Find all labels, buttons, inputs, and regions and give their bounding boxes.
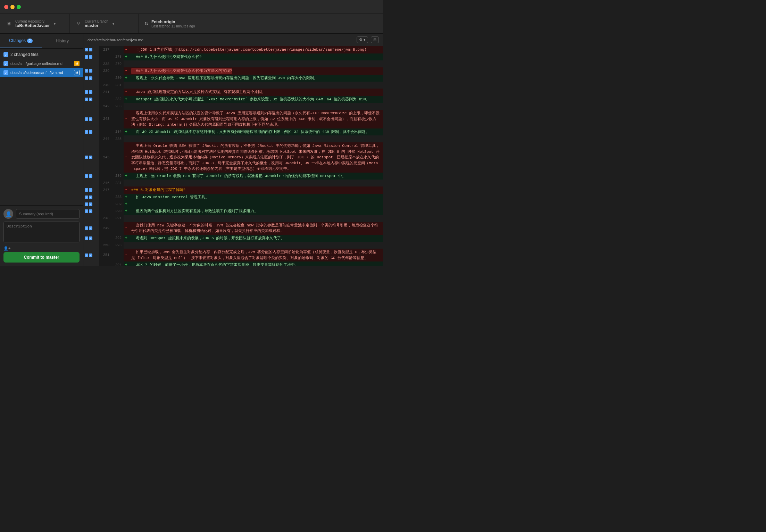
current-repo-section[interactable]: 🖥 Current Repository toBeBetterJavaer ▾ xyxy=(0,14,69,33)
line-num-old: 239 xyxy=(99,67,111,75)
diff-check-1[interactable]: ✓ xyxy=(85,196,88,199)
diff-check-2[interactable]: ✓ xyxy=(89,226,92,230)
line-num-new xyxy=(111,222,124,235)
commit-footer: 👤+ xyxy=(3,246,80,251)
diff-content: 当我们使用 new 关键字创建一个对象的时候，JVM 首先会检查 new 指令的… xyxy=(128,222,383,235)
file-item-jvm[interactable]: ✓ docs/src/sidebar/sanf.../jvm.md M xyxy=(0,68,83,77)
line-num-new: 283 xyxy=(111,103,124,110)
file-item-garbage-collector[interactable]: ✓ docs/sr.../garbage-collector.md M xyxy=(0,59,83,68)
diff-check-2[interactable]: ✓ xyxy=(89,202,92,206)
diff-check-1[interactable]: ✓ xyxy=(85,188,88,192)
diff-check-1[interactable]: ✓ xyxy=(85,48,88,51)
main-layout: Changes 2 History ✓ 2 changed files ✓ do… xyxy=(0,34,383,266)
summary-input[interactable] xyxy=(16,209,80,219)
diff-content: 如 Java Mission Control 管理工具。 xyxy=(128,194,383,201)
diff-check-2[interactable]: ✓ xyxy=(89,69,92,73)
line-num-old xyxy=(99,235,111,242)
diff-marker: + xyxy=(124,261,128,266)
diff-content: JDK 7 的时候，前进了一小步，把原本放在永久代的字符串常量池、静态变量等移动… xyxy=(128,261,383,266)
diff-row: ✓✓241- Java 虚拟机规范规定的方法区只是换种方式实现。有客观和主观两个… xyxy=(83,89,383,96)
diff-check-2[interactable]: ✓ xyxy=(89,196,92,199)
diff-check-col: ✓✓ xyxy=(83,194,99,201)
diff-content xyxy=(128,135,383,142)
diff-check-col xyxy=(83,215,99,222)
diff-check-1[interactable]: ✓ xyxy=(85,226,88,230)
commit-button[interactable]: Commit to master xyxy=(3,252,80,263)
file-checkbox-2[interactable]: ✓ xyxy=(3,70,8,75)
fetch-icon: ↻ xyxy=(144,21,149,26)
diff-check-1[interactable]: ✓ xyxy=(85,209,88,213)
diff-row: ✓✓245- 主观上当 Oracle 收购 BEA 获得了 JRockit 的所… xyxy=(83,142,383,173)
line-num-old xyxy=(99,194,111,201)
diff-check-1[interactable]: ✓ xyxy=(85,69,88,73)
line-num-new xyxy=(111,142,124,173)
minimize-button[interactable] xyxy=(10,5,15,9)
diff-content: HotSpot 虚拟机的永久代大小可以通过 `-XX: MaxPermSize`… xyxy=(128,96,383,103)
diff-check-1[interactable]: ✓ xyxy=(85,253,88,257)
diff-check-2[interactable]: ✓ xyxy=(89,117,92,121)
fetch-origin-section[interactable]: ↻ Fetch origin Last fetched 11 minutes a… xyxy=(139,14,383,33)
diff-check-2[interactable]: ✓ xyxy=(89,236,92,240)
diff-content: 但因为两个虚拟机对方法区实现有差异，导致这项工作遇到了很多阻力。 xyxy=(128,208,383,215)
fetch-label: Fetch origin xyxy=(151,19,195,24)
tab-changes[interactable]: Changes 2 xyxy=(0,34,42,48)
diff-check-col xyxy=(83,261,99,266)
diff-check-2[interactable]: ✓ xyxy=(89,98,92,101)
diff-row: ✓✓243- 客观上使用永久代来实现方法区的决定的设计导致了 Java 应用更容… xyxy=(83,110,383,128)
diff-settings-button[interactable]: ⚙ ▾ xyxy=(357,36,368,43)
current-branch-section[interactable]: ⑂ Current Branch master ▾ xyxy=(69,14,139,33)
diff-check-2[interactable]: ✓ xyxy=(89,48,92,51)
diff-check-1[interactable]: ✓ xyxy=(85,202,88,206)
diff-expand-button[interactable]: ⊞ xyxy=(371,36,379,43)
description-input[interactable] xyxy=(3,222,80,242)
file-badge-2: M xyxy=(74,70,80,75)
line-num-old xyxy=(99,53,111,61)
avatar: 👤 xyxy=(3,209,13,219)
diff-content xyxy=(128,201,383,208)
diff-check-col: ✓✓ xyxy=(83,208,99,215)
tab-history[interactable]: History xyxy=(42,34,83,48)
diff-check-1[interactable]: ✓ xyxy=(85,90,88,94)
diff-check-1[interactable]: ✓ xyxy=(85,174,88,178)
line-num-old xyxy=(99,75,111,82)
diff-check-2[interactable]: ✓ xyxy=(89,55,92,59)
diff-check-1[interactable]: ✓ xyxy=(85,76,88,80)
diff-row: ✓✓249- 当我们使用 new 关键字创建一个对象的时候，JVM 首先会检查 … xyxy=(83,222,383,235)
diff-check-2[interactable]: ✓ xyxy=(89,130,92,134)
diff-check-2[interactable]: ✓ xyxy=(89,209,92,213)
diff-marker: + xyxy=(124,173,128,180)
diff-check-1[interactable]: ✓ xyxy=(85,117,88,121)
branch-icon: ⑂ xyxy=(75,20,82,27)
add-coauthor[interactable]: 👤+ xyxy=(3,246,10,251)
maximize-button[interactable] xyxy=(17,5,21,9)
diff-check-col: ✓✓ xyxy=(83,89,99,96)
diff-check-2[interactable]: ✓ xyxy=(89,253,92,257)
diff-check-1[interactable]: ✓ xyxy=(85,55,88,59)
line-num-new: 294 xyxy=(111,261,124,266)
line-num-old xyxy=(99,201,111,208)
diff-check-2[interactable]: ✓ xyxy=(89,90,92,94)
branch-text: Current Branch master xyxy=(85,19,108,28)
line-num-new: 285 xyxy=(111,135,124,142)
right-panel: docs/src/sidebar/sanfene/jvm.md ⚙ ▾ ⊞ ✓✓… xyxy=(83,34,383,266)
diff-row: 242283 xyxy=(83,103,383,110)
diff-marker: - xyxy=(124,186,128,194)
line-num-new xyxy=(111,67,124,75)
diff-container[interactable]: ✓✓237- ![JDK 1.8内存区域](https://cdn.tobebe… xyxy=(83,46,383,266)
file-checkbox-1[interactable]: ✓ xyxy=(3,61,8,66)
close-button[interactable] xyxy=(4,5,8,9)
select-all-checkbox[interactable]: ✓ xyxy=(3,52,8,57)
diff-check-1[interactable]: ✓ xyxy=(85,236,88,240)
diff-check-1[interactable]: ✓ xyxy=(85,130,88,134)
diff-check-2[interactable]: ✓ xyxy=(89,174,92,178)
line-num-old: 243 xyxy=(99,110,111,128)
diff-check-2[interactable]: ✓ xyxy=(89,76,92,80)
line-num-new: 286 xyxy=(111,173,124,180)
line-num-new xyxy=(111,186,124,194)
file-name-1: docs/sr.../garbage-collector.md xyxy=(10,61,72,66)
diff-marker xyxy=(124,60,128,67)
diff-check-2[interactable]: ✓ xyxy=(89,156,92,159)
diff-check-2[interactable]: ✓ xyxy=(89,188,92,192)
diff-check-1[interactable]: ✓ xyxy=(85,156,88,159)
diff-check-1[interactable]: ✓ xyxy=(85,98,88,101)
